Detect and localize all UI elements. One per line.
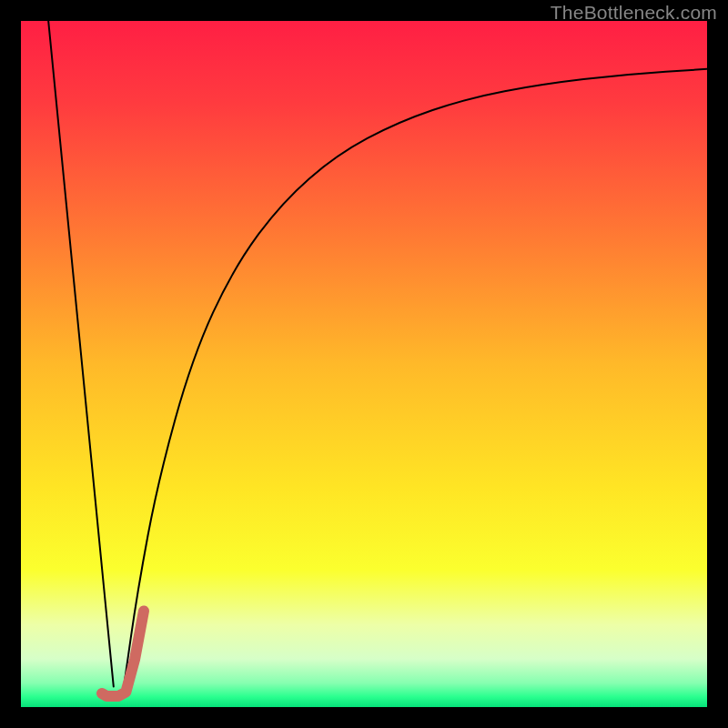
chart-frame: TheBottleneck.com [0, 0, 728, 728]
curve-overlay [21, 21, 707, 707]
watermark-text: TheBottleneck.com [551, 2, 717, 24]
series-left-descent [48, 21, 114, 686]
series-right-rise [124, 69, 707, 687]
plot-area [21, 21, 707, 707]
